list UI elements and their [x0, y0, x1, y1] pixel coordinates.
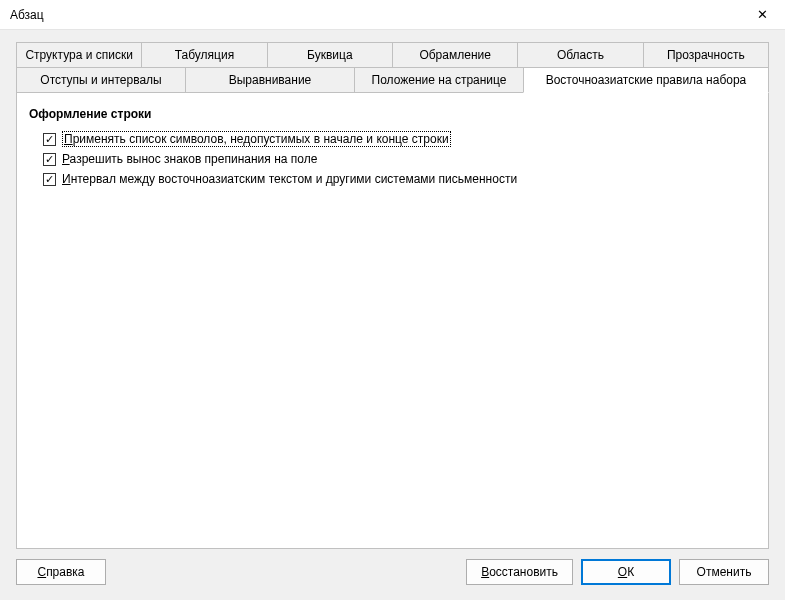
tab-row-2: Отступы и интервалы Выравнивание Положен…	[16, 67, 769, 93]
ok-button[interactable]: ОК	[581, 559, 671, 585]
tab-row-1: Структура и списки Табуляция Буквица Обр…	[16, 42, 769, 67]
label-hanging-punct[interactable]: Разрешить вынос знаков препинания на пол…	[62, 152, 317, 166]
tab-tabulation[interactable]: Табуляция	[141, 42, 267, 67]
paragraph-dialog: Абзац ✕ Структура и списки Табуляция Бук…	[0, 0, 785, 600]
tab-transparency[interactable]: Прозрачность	[643, 42, 769, 67]
help-button[interactable]: Справка	[16, 559, 106, 585]
tab-area: Структура и списки Табуляция Буквица Обр…	[0, 30, 785, 549]
tab-page-position[interactable]: Положение на странице	[354, 67, 524, 93]
section-title: Оформление строки	[29, 107, 756, 121]
button-bar-left: Справка	[16, 559, 106, 585]
close-button[interactable]: ✕	[740, 0, 785, 30]
tab-area-fill[interactable]: Область	[517, 42, 643, 67]
cancel-button[interactable]: Отменить	[679, 559, 769, 585]
button-bar-right: Восстановить ОК Отменить	[466, 559, 769, 585]
label-spacing-asian[interactable]: Интервал между восточноазиатским текстом…	[62, 172, 517, 186]
checkbox-spacing-asian[interactable]	[43, 173, 56, 186]
tab-border[interactable]: Обрамление	[392, 42, 518, 67]
tab-content: Оформление строки Применять список симво…	[16, 93, 769, 549]
window-title: Абзац	[10, 8, 44, 22]
tab-structure-lists[interactable]: Структура и списки	[16, 42, 142, 67]
tab-asian-typography[interactable]: Восточноазиатские правила набора	[523, 67, 769, 93]
button-bar: Справка Восстановить ОК Отменить	[0, 549, 785, 599]
titlebar: Абзац ✕	[0, 0, 785, 30]
tab-alignment[interactable]: Выравнивание	[185, 67, 355, 93]
option-spacing-asian: Интервал между восточноазиатским текстом…	[29, 169, 756, 189]
label-forbidden-chars[interactable]: Применять список символов, недопустимых …	[62, 132, 451, 146]
option-hanging-punct: Разрешить вынос знаков препинания на пол…	[29, 149, 756, 169]
option-forbidden-chars: Применять список символов, недопустимых …	[29, 129, 756, 149]
tabs: Структура и списки Табуляция Буквица Обр…	[16, 42, 769, 93]
checkbox-hanging-punct[interactable]	[43, 153, 56, 166]
tab-dropcap[interactable]: Буквица	[267, 42, 393, 67]
tab-indents[interactable]: Отступы и интервалы	[16, 67, 186, 93]
reset-button[interactable]: Восстановить	[466, 559, 573, 585]
checkbox-forbidden-chars[interactable]	[43, 133, 56, 146]
